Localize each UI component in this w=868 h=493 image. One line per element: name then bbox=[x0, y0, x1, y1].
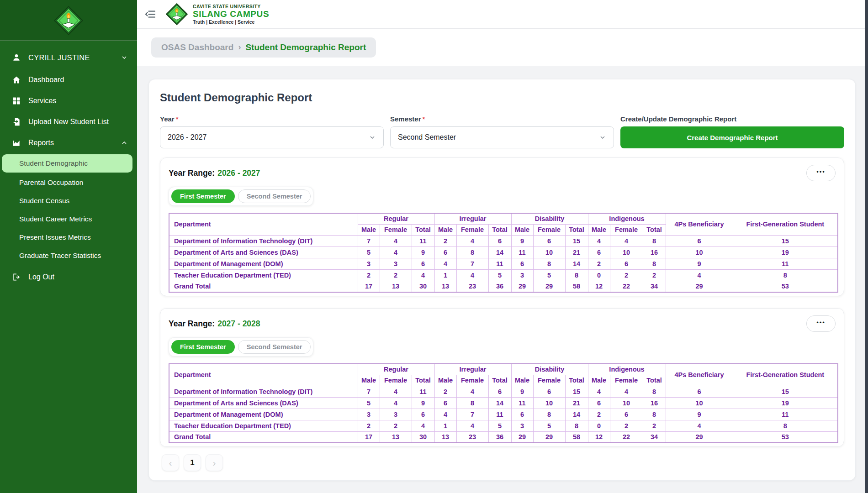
col-subheader: Male bbox=[358, 224, 380, 235]
value-cell: 21 bbox=[565, 246, 588, 258]
value-cell: 4 bbox=[434, 409, 456, 420]
value-cell: 13 bbox=[434, 431, 456, 443]
report-options-button[interactable]: ••• bbox=[806, 315, 836, 332]
sidebar-item-label: Reports bbox=[28, 139, 54, 147]
subitem-label: Parental Occupation bbox=[19, 178, 83, 186]
sidebar-subitem-student-demographic[interactable]: Student Demographic bbox=[2, 154, 132, 173]
sidebar-item-services[interactable]: Services bbox=[0, 90, 137, 111]
table-row: Department of Management (DOM)3364711681… bbox=[169, 409, 838, 420]
value-cell: 11 bbox=[733, 409, 838, 420]
col-subheader: Male bbox=[358, 375, 380, 386]
value-cell: 0 bbox=[588, 269, 610, 281]
value-cell: 4 bbox=[588, 386, 610, 397]
value-cell: 10 bbox=[533, 246, 565, 258]
value-cell: 14 bbox=[565, 409, 588, 420]
value-cell: 6 bbox=[610, 258, 643, 269]
value-cell: 11 bbox=[511, 246, 533, 258]
year-select[interactable]: 2026 - 2027 bbox=[160, 126, 384, 148]
department-cell: Grand Total bbox=[169, 281, 358, 292]
sidebar-logo-block bbox=[0, 0, 137, 41]
col-subheader: Total bbox=[412, 224, 434, 235]
value-cell: 10 bbox=[610, 397, 643, 409]
semester-select[interactable]: Second Semester bbox=[390, 126, 614, 148]
chart-icon bbox=[12, 138, 21, 147]
value-cell: 15 bbox=[565, 386, 588, 397]
department-cell: Department of Management (DOM) bbox=[169, 258, 358, 269]
sidebar-subitem-graduate-tracer-statistics[interactable]: Graduate Tracer Statistics bbox=[0, 246, 137, 265]
main-area: CAVITE STATE UNIVERSITY SILANG CAMPUS Tr… bbox=[137, 0, 868, 493]
ellipsis-icon: ••• bbox=[816, 168, 826, 175]
create-field-group: Create/Update Demographic Report Create … bbox=[620, 115, 844, 148]
col-group-header: Disability bbox=[511, 364, 588, 375]
semester-tabs: First Semester Second Semester bbox=[169, 337, 313, 357]
col-group-header: Indigenous bbox=[588, 213, 666, 224]
value-cell: 2 bbox=[434, 386, 456, 397]
value-cell: 6 bbox=[588, 246, 610, 258]
sidebar-subitem-present-issues-metrics[interactable]: Present Issues Metrics bbox=[0, 228, 137, 246]
value-cell: 6 bbox=[434, 246, 456, 258]
create-demographic-report-button[interactable]: Create Demographic Report bbox=[620, 126, 844, 148]
value-cell: 6 bbox=[533, 386, 565, 397]
user-menu[interactable]: CYRILL JUSTINE bbox=[0, 46, 137, 69]
tab-first-semester[interactable]: First Semester bbox=[171, 189, 235, 203]
value-cell: 10 bbox=[610, 246, 643, 258]
report-options-button[interactable]: ••• bbox=[806, 165, 836, 181]
value-cell: 17 bbox=[358, 431, 380, 443]
sidebar-item-dashboard[interactable]: Dashboard bbox=[0, 69, 137, 90]
year-field-group: Year* 2026 - 2027 bbox=[160, 115, 384, 148]
value-cell: 6 bbox=[610, 409, 643, 420]
col-header: 4Ps Beneficiary bbox=[666, 364, 733, 386]
value-cell: 2 bbox=[610, 269, 643, 281]
sidebar-item-label: Dashboard bbox=[28, 76, 64, 84]
tab-first-semester[interactable]: First Semester bbox=[171, 340, 235, 354]
value-cell: 7 bbox=[358, 386, 380, 397]
value-cell: 10 bbox=[666, 246, 733, 258]
report-page-card: Student Demographic Report Year* 2026 - … bbox=[148, 79, 856, 481]
value-cell: 22 bbox=[610, 281, 643, 292]
value-cell: 22 bbox=[610, 431, 643, 443]
table-row: Department of Arts and Sciences (DAS)549… bbox=[169, 246, 838, 258]
tab-second-semester[interactable]: Second Semester bbox=[238, 340, 311, 354]
chevron-down-icon bbox=[121, 54, 128, 61]
collapse-sidebar-icon[interactable] bbox=[143, 7, 157, 21]
value-cell: 53 bbox=[733, 431, 838, 443]
value-cell: 4 bbox=[434, 258, 456, 269]
sidebar-subitem-student-census[interactable]: Student Census bbox=[0, 192, 137, 210]
value-cell: 4 bbox=[666, 420, 733, 431]
value-cell: 4 bbox=[380, 386, 412, 397]
value-cell: 36 bbox=[488, 281, 511, 292]
value-cell: 11 bbox=[488, 409, 511, 420]
subitem-label: Present Issues Metrics bbox=[19, 233, 91, 241]
col-subheader: Male bbox=[588, 224, 610, 235]
semester-field-group: Semester* Second Semester bbox=[390, 115, 614, 148]
col-subheader: Female bbox=[380, 375, 412, 386]
chevron-right-icon: › bbox=[213, 457, 216, 468]
tab-second-semester[interactable]: Second Semester bbox=[238, 189, 311, 203]
prev-page-button[interactable]: ‹ bbox=[162, 454, 179, 471]
col-header: First-Generation Student bbox=[733, 213, 838, 235]
value-cell: 19 bbox=[733, 246, 838, 258]
col-subheader: Male bbox=[511, 224, 533, 235]
sidebar-item-upload-new-student-list[interactable]: Upload New Student List bbox=[0, 111, 137, 132]
col-subheader: Female bbox=[533, 375, 565, 386]
value-cell: 7 bbox=[456, 409, 488, 420]
value-cell: 3 bbox=[511, 420, 533, 431]
value-cell: 4 bbox=[666, 269, 733, 281]
vertical-scrollbar[interactable] bbox=[865, 0, 868, 493]
sidebar-subitem-student-career-metrics[interactable]: Student Career Metrics bbox=[0, 210, 137, 228]
sidebar-item-logout[interactable]: Log Out bbox=[0, 267, 137, 288]
demographic-data-table: DepartmentRegularIrregularDisabilityIndi… bbox=[169, 213, 838, 293]
sidebar-subitem-parental-occupation[interactable]: Parental Occupation bbox=[0, 173, 137, 192]
sidebar-item-reports[interactable]: Reports bbox=[0, 132, 137, 153]
subitem-label: Student Census bbox=[19, 197, 69, 205]
create-report-label: Create/Update Demographic Report bbox=[620, 115, 844, 123]
value-cell: 4 bbox=[380, 246, 412, 258]
next-page-button[interactable]: › bbox=[206, 454, 223, 471]
current-page-button[interactable]: 1 bbox=[184, 454, 201, 471]
value-cell: 6 bbox=[412, 258, 434, 269]
report-card-2026-2027: Year Range:2026 - 2027 ••• First Semeste… bbox=[160, 157, 844, 296]
value-cell: 23 bbox=[456, 431, 488, 443]
breadcrumb-parent[interactable]: OSAS Dashboard bbox=[161, 42, 233, 52]
col-subheader: Female bbox=[380, 224, 412, 235]
value-cell: 8 bbox=[533, 258, 565, 269]
